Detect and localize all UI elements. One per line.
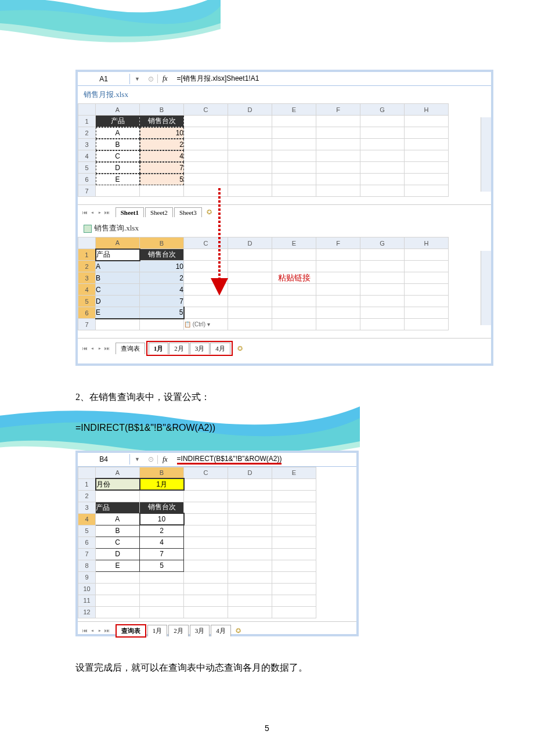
col-header[interactable]: G <box>360 104 405 116</box>
col-header[interactable]: A <box>96 467 140 478</box>
sheet-tab[interactable]: Sheet2 <box>145 207 173 217</box>
sheet-tab[interactable]: 4月 <box>210 343 230 354</box>
row-header[interactable]: 8 <box>78 560 96 571</box>
paste-options-button[interactable]: 📋 (Ctrl) ▾ <box>184 319 228 330</box>
sheet-tab[interactable]: 3月 <box>190 625 210 636</box>
row-header[interactable]: 3 <box>78 139 96 150</box>
cell[interactable]: 4 <box>140 537 184 548</box>
cell[interactable]: 7 <box>140 296 184 307</box>
row-header[interactable]: 6 <box>78 174 96 185</box>
cell[interactable]: 产品 <box>96 249 140 261</box>
cell[interactable]: E <box>96 307 140 319</box>
row-header[interactable]: 3 <box>78 502 96 513</box>
sheet-tab[interactable]: Sheet3 <box>174 207 202 217</box>
cell[interactable]: 10 <box>140 261 184 272</box>
row-header[interactable]: 6 <box>78 537 96 548</box>
cell[interactable]: 5 <box>140 174 184 185</box>
cell[interactable]: 销售台次 <box>140 249 184 261</box>
col-header[interactable]: E <box>272 237 316 249</box>
cell[interactable]: D <box>96 548 140 560</box>
sheet-tab-highlighted[interactable]: 查询表 <box>116 624 146 638</box>
col-header[interactable]: B <box>140 104 184 116</box>
cell[interactable]: B <box>96 272 140 284</box>
cell[interactable]: D <box>96 296 140 307</box>
sheet-nav-icon[interactable]: ⏮ ◀ ▶ ⏭ <box>82 345 111 351</box>
col-header[interactable]: H <box>405 237 449 249</box>
scrollbar[interactable] <box>481 117 491 192</box>
active-cell[interactable]: 10 <box>140 513 184 525</box>
row-header[interactable]: 3 <box>78 272 96 284</box>
row-header[interactable]: 4 <box>78 150 96 162</box>
sheet-tab[interactable]: 2月 <box>169 343 189 354</box>
row-header[interactable]: 7 <box>78 548 96 560</box>
col-header[interactable]: F <box>316 237 360 249</box>
cell[interactable]: 10 <box>140 127 184 139</box>
col-header[interactable]: E <box>272 104 316 116</box>
cell[interactable]: 2 <box>140 272 184 284</box>
col-header[interactable]: H <box>405 104 449 116</box>
cell[interactable]: 4 <box>140 284 184 296</box>
col-header[interactable]: A <box>96 237 140 249</box>
fx-icon[interactable]: fx <box>157 455 172 464</box>
cell[interactable]: 月份 <box>96 478 140 490</box>
sheet-tab[interactable]: Sheet1 <box>116 207 144 217</box>
cell[interactable]: 5 <box>140 307 184 319</box>
row-header[interactable]: 2 <box>78 261 96 272</box>
name-box-dropdown-icon[interactable]: ▼ <box>130 456 145 462</box>
scrollbar[interactable] <box>481 251 491 325</box>
cell[interactable]: 2 <box>140 525 184 537</box>
cell[interactable]: 5 <box>140 560 184 571</box>
row-header[interactable]: 5 <box>78 162 96 174</box>
col-header[interactable]: C <box>184 104 228 116</box>
row-header[interactable]: 2 <box>78 490 96 502</box>
sheet-nav-icon[interactable]: ⏮ ◀ ▶ ⏭ <box>82 628 111 633</box>
col-header[interactable]: C <box>184 467 228 478</box>
row-header[interactable]: 5 <box>78 525 96 537</box>
col-header[interactable]: G <box>360 237 405 249</box>
formula-bar[interactable]: =[销售月报.xlsx]Sheet1!A1 <box>172 74 259 84</box>
row-header[interactable]: 2 <box>78 127 96 139</box>
row-header[interactable]: 7 <box>78 185 96 197</box>
cell[interactable]: B <box>96 525 140 537</box>
cell[interactable]: 2 <box>140 139 184 150</box>
cell[interactable]: 销售台次 <box>140 116 184 127</box>
cell[interactable]: B <box>96 139 140 150</box>
cell[interactable]: C <box>96 537 140 548</box>
new-sheet-icon[interactable]: ✪ <box>234 345 246 352</box>
col-header[interactable]: D <box>228 467 272 478</box>
col-header[interactable]: E <box>272 467 316 478</box>
sheet-tab[interactable]: 3月 <box>190 343 210 354</box>
cell[interactable]: 7 <box>140 162 184 174</box>
cell[interactable]: 1月 <box>140 478 184 490</box>
row-header[interactable]: 12 <box>78 606 96 618</box>
cell[interactable]: 4 <box>140 150 184 162</box>
col-header[interactable]: B <box>140 237 184 249</box>
cell[interactable]: A <box>96 513 140 525</box>
sheet-tab[interactable]: 1月 <box>147 625 168 636</box>
cell[interactable]: D <box>96 162 140 174</box>
fx-icon[interactable]: fx <box>157 74 172 83</box>
cell[interactable]: 7 <box>140 548 184 560</box>
name-box[interactable]: B4 <box>78 454 130 465</box>
cell[interactable]: 销售台次 <box>140 502 184 513</box>
cell[interactable]: C <box>96 284 140 296</box>
row-header[interactable]: 4 <box>78 513 96 525</box>
col-header[interactable]: D <box>228 104 272 116</box>
cell[interactable]: E <box>96 174 140 185</box>
name-box-dropdown-icon[interactable]: ▼ <box>130 76 145 82</box>
row-header[interactable]: 10 <box>78 583 96 595</box>
row-header[interactable]: 6 <box>78 307 96 319</box>
cell[interactable]: A <box>96 261 140 272</box>
sheet-tab[interactable]: 1月 <box>149 343 169 354</box>
col-header[interactable]: B <box>140 467 184 478</box>
sheet-tab[interactable]: 查询表 <box>116 343 145 354</box>
sheet-tab[interactable]: 4月 <box>211 625 231 636</box>
row-header[interactable]: 1 <box>78 116 96 127</box>
cell[interactable]: A <box>96 127 140 139</box>
formula-bar[interactable]: =INDIRECT(B$1&"!B"&ROW(A2)) <box>172 455 282 465</box>
grid-1[interactable]: A B C D E F G H 1 产品 销售台次 2 A 10 3 <box>78 103 491 197</box>
sheet-nav-icon[interactable]: ⏮ ◀ ▶ ⏭ <box>82 210 111 215</box>
row-header[interactable]: 9 <box>78 571 96 583</box>
row-header[interactable]: 1 <box>78 478 96 490</box>
new-sheet-icon[interactable]: ✪ <box>232 627 244 635</box>
